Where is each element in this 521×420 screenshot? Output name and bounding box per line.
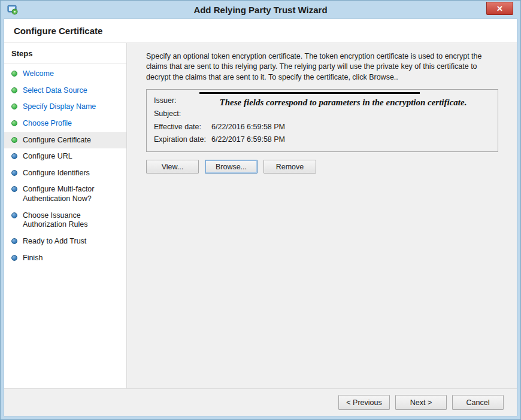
view-button[interactable]: View...	[146, 160, 199, 174]
next-button[interactable]: Next >	[395, 395, 447, 410]
step-label: Welcome	[23, 69, 54, 79]
effective-date-value: 6/22/2016 6:59:58 PM	[211, 121, 492, 134]
subject-row: Subject:	[154, 108, 492, 121]
expiration-date-value: 6/22/2017 6:59:58 PM	[211, 133, 492, 147]
step-label: Ready to Add Trust	[23, 237, 86, 246]
steps-heading: Steps	[4, 43, 126, 63]
sidebar-item-choose-issuance-rules: Choose Issuance Authorization Rules	[4, 208, 126, 233]
dialog-body: Steps Welcome Select Data Source Specify…	[4, 43, 517, 388]
footer-bar: < Previous Next > Cancel	[4, 388, 517, 416]
step-completed-icon	[11, 71, 17, 77]
sidebar-item-configure-identifiers: Configure Identifiers	[4, 165, 126, 182]
sidebar-item-finish: Finish	[4, 250, 126, 267]
step-pending-icon	[11, 170, 17, 176]
step-label: Configure Identifiers	[23, 169, 90, 178]
step-label: Choose Profile	[23, 119, 72, 129]
redaction-line	[199, 92, 420, 94]
step-label: Finish	[23, 254, 43, 263]
step-label: Configure Multi-factor Authentication No…	[23, 185, 122, 203]
step-label: Specify Display Name	[23, 102, 96, 112]
expiration-date-label: Expiration date:	[154, 133, 211, 147]
steps-list: Welcome Select Data Source Specify Displ…	[4, 63, 126, 266]
certificate-details-box: These fields correspond to parameters in…	[146, 89, 498, 153]
step-pending-icon	[11, 238, 17, 244]
effective-date-label: Effective date:	[154, 121, 211, 134]
sidebar-item-configure-mfa: Configure Multi-factor Authentication No…	[4, 181, 126, 207]
step-completed-icon	[11, 120, 17, 126]
remove-button[interactable]: Remove	[263, 160, 316, 174]
step-label: Select Data Source	[23, 86, 87, 96]
sidebar-item-configure-certificate: Configure Certificate	[4, 132, 126, 149]
sidebar-item-choose-profile[interactable]: Choose Profile	[4, 115, 126, 132]
expiration-date-row: Expiration date: 6/22/2017 6:59:58 PM	[154, 133, 492, 147]
step-label: Configure Certificate	[23, 136, 91, 145]
page-title: Configure Certificate	[14, 26, 102, 36]
titlebar[interactable]: Add Relying Party Trust Wizard ✕	[4, 1, 517, 19]
previous-button[interactable]: < Previous	[338, 395, 390, 410]
step-label: Configure URL	[23, 152, 72, 162]
steps-sidebar: Steps Welcome Select Data Source Specify…	[4, 43, 127, 388]
step-completed-icon	[11, 87, 17, 93]
step-description: Specify an optional token encryption cer…	[146, 51, 501, 83]
browse-button[interactable]: Browse...	[205, 160, 258, 174]
step-pending-icon	[11, 255, 17, 261]
window-title: Add Relying Party Trust Wizard	[193, 5, 327, 15]
step-pending-icon	[11, 186, 17, 192]
adfs-wizard-icon	[7, 4, 18, 15]
step-completed-icon	[11, 137, 17, 143]
subject-value	[211, 108, 492, 121]
sidebar-item-ready-to-add-trust: Ready to Add Trust	[4, 233, 126, 250]
step-pending-icon	[11, 153, 17, 159]
step-label: Choose Issuance Authorization Rules	[23, 211, 122, 230]
cancel-button[interactable]: Cancel	[452, 395, 504, 410]
sidebar-item-configure-url: Configure URL	[4, 148, 126, 165]
sidebar-item-select-data-source[interactable]: Select Data Source	[4, 83, 126, 99]
close-icon: ✕	[496, 4, 503, 13]
sidebar-item-specify-display-name[interactable]: Specify Display Name	[4, 99, 126, 115]
certificate-actions: View... Browse... Remove	[146, 160, 501, 174]
main-content: Specify an optional token encryption cer…	[127, 43, 517, 388]
wizard-window: Add Relying Party Trust Wizard ✕ Configu…	[0, 0, 521, 420]
subject-label: Subject:	[154, 108, 211, 121]
step-pending-icon	[11, 212, 17, 218]
effective-date-row: Effective date: 6/22/2016 6:59:58 PM	[154, 121, 492, 134]
sidebar-item-welcome[interactable]: Welcome	[4, 66, 126, 83]
close-button[interactable]: ✕	[486, 2, 513, 15]
page-header: Configure Certificate	[4, 19, 517, 43]
annotation-text: These fields correspond to parameters in…	[195, 98, 492, 108]
step-completed-icon	[11, 104, 17, 109]
dialog-frame: Configure Certificate Steps Welcome Sele…	[4, 19, 517, 416]
